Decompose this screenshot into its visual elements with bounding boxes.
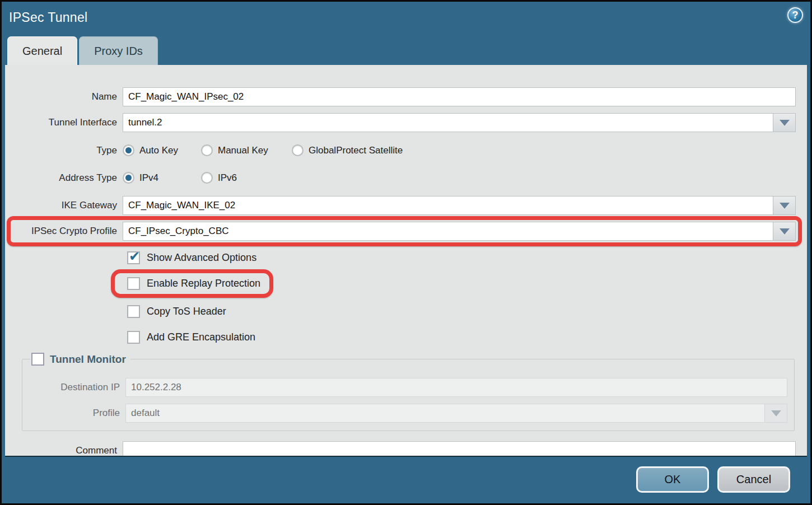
dialog-footer: OK Cancel bbox=[3, 457, 809, 502]
enable-replay-protection-checkbox[interactable] bbox=[127, 277, 140, 290]
radio-button-icon bbox=[201, 172, 213, 184]
radio-manual-key[interactable]: Manual Key bbox=[201, 144, 292, 156]
address-type-row: Address Type IPv4 IPv6 bbox=[5, 172, 807, 184]
radio-auto-key-label: Auto Key bbox=[139, 145, 178, 156]
tab-general[interactable]: General bbox=[7, 36, 77, 65]
radio-ipv6[interactable]: IPv6 bbox=[201, 172, 237, 184]
comment-input[interactable] bbox=[123, 441, 796, 457]
tunnel-interface-label: Tunnel Interface bbox=[5, 117, 123, 128]
ipsec-crypto-profile-dropdown-button[interactable] bbox=[773, 222, 796, 241]
name-label: Name bbox=[5, 91, 123, 102]
radio-button-icon bbox=[201, 144, 213, 156]
show-advanced-options-checkbox[interactable] bbox=[127, 251, 140, 264]
ike-gateway-label: IKE Gateway bbox=[5, 200, 123, 211]
radio-auto-key[interactable]: Auto Key bbox=[123, 144, 201, 156]
add-gre-encapsulation-label: Add GRE Encapsulation bbox=[147, 331, 255, 343]
dialog-title: IPSec Tunnel bbox=[9, 10, 87, 25]
show-advanced-options-label: Show Advanced Options bbox=[147, 252, 256, 264]
type-row: Type Auto Key Manual Key GlobalProtect S… bbox=[5, 144, 807, 156]
tunnel-monitor-label: Tunnel Monitor bbox=[50, 353, 126, 366]
ipsec-crypto-profile-input[interactable] bbox=[123, 222, 773, 241]
radio-button-icon bbox=[123, 172, 134, 184]
destination-ip-label: Destination IP bbox=[27, 382, 125, 393]
radio-globalprotect-satellite[interactable]: GlobalProtect Satellite bbox=[292, 144, 403, 156]
radio-button-icon bbox=[292, 144, 304, 156]
tab-bar: General Proxy IDs bbox=[7, 36, 158, 65]
destination-ip-row: Destination IP bbox=[27, 378, 790, 397]
ike-gateway-dropdown-button[interactable] bbox=[773, 196, 796, 215]
ok-button[interactable]: OK bbox=[636, 466, 709, 493]
chevron-down-icon bbox=[780, 203, 790, 209]
radio-ipv4-label: IPv4 bbox=[139, 172, 158, 184]
name-input[interactable] bbox=[123, 87, 796, 106]
tunnel-monitor-checkbox[interactable] bbox=[31, 353, 44, 366]
type-label: Type bbox=[5, 145, 123, 156]
copy-tos-header-row[interactable]: Copy ToS Header bbox=[127, 305, 807, 318]
enable-replay-protection-label: Enable Replay Protection bbox=[147, 278, 260, 289]
enable-replay-protection-row[interactable]: Enable Replay Protection bbox=[127, 277, 260, 290]
copy-tos-header-checkbox[interactable] bbox=[127, 305, 140, 318]
tab-proxy-ids[interactable]: Proxy IDs bbox=[79, 36, 158, 65]
ipsec-crypto-profile-row: IPSec Crypto Profile bbox=[5, 222, 807, 241]
tunnel-interface-row: Tunnel Interface bbox=[5, 113, 807, 132]
profile-dropdown-button bbox=[765, 404, 787, 423]
profile-label: Profile bbox=[27, 408, 125, 419]
general-tab-panel: Name Tunnel Interface Type Auto Key bbox=[5, 65, 807, 457]
radio-globalprotect-satellite-label: GlobalProtect Satellite bbox=[309, 145, 403, 156]
cancel-button[interactable]: Cancel bbox=[717, 466, 790, 493]
comment-label: Comment bbox=[5, 445, 123, 456]
help-icon[interactable]: ? bbox=[787, 7, 803, 23]
chevron-down-icon bbox=[780, 120, 790, 126]
show-advanced-options-row[interactable]: Show Advanced Options bbox=[127, 251, 807, 264]
copy-tos-header-label: Copy ToS Header bbox=[147, 306, 226, 317]
chevron-down-icon bbox=[771, 410, 781, 417]
destination-ip-input bbox=[125, 378, 787, 397]
radio-ipv4[interactable]: IPv4 bbox=[123, 172, 201, 184]
address-type-label: Address Type bbox=[5, 172, 123, 184]
ike-gateway-input[interactable] bbox=[123, 196, 773, 215]
tunnel-monitor-legend: Tunnel Monitor bbox=[30, 353, 130, 366]
comment-row: Comment bbox=[5, 441, 807, 457]
add-gre-encapsulation-row[interactable]: Add GRE Encapsulation bbox=[127, 331, 807, 344]
dialog-titlebar: IPSec Tunnel ? bbox=[2, 2, 810, 36]
ike-gateway-row: IKE Gateway bbox=[5, 196, 807, 215]
tunnel-monitor-group: Tunnel Monitor Destination IP Profile bbox=[22, 353, 795, 431]
profile-row: Profile bbox=[27, 404, 790, 423]
name-row: Name bbox=[5, 87, 807, 106]
radio-manual-key-label: Manual Key bbox=[218, 145, 268, 156]
tunnel-interface-dropdown-button[interactable] bbox=[773, 113, 796, 132]
radio-ipv6-label: IPv6 bbox=[218, 172, 237, 184]
ipsec-tunnel-dialog: IPSec Tunnel ? General Proxy IDs Name Tu… bbox=[0, 0, 812, 505]
tunnel-interface-input[interactable] bbox=[123, 113, 773, 132]
chevron-down-icon bbox=[780, 228, 790, 235]
ipsec-crypto-profile-label: IPSec Crypto Profile bbox=[5, 226, 123, 237]
radio-button-icon bbox=[123, 144, 134, 156]
profile-input bbox=[125, 404, 765, 423]
add-gre-encapsulation-checkbox[interactable] bbox=[127, 331, 140, 344]
